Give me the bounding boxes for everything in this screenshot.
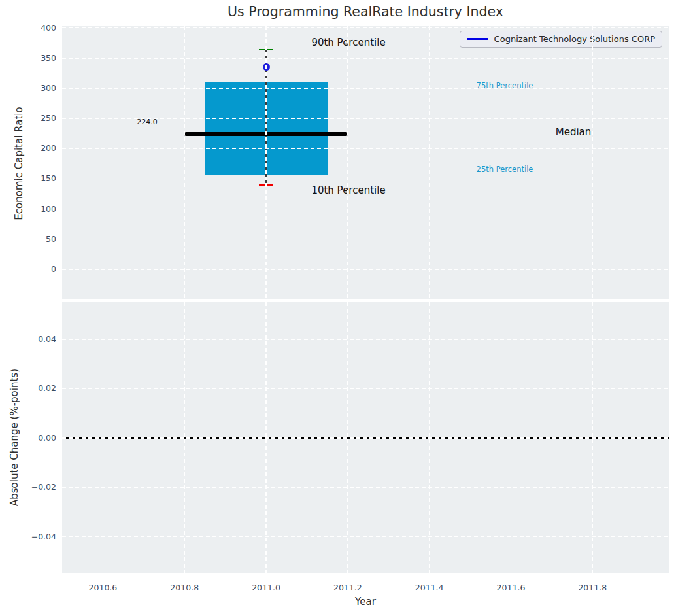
v-gridline bbox=[347, 26, 348, 299]
bottom-y-tick-label: 0.00 bbox=[17, 432, 56, 444]
x-tick-label: 2011.2 bbox=[322, 582, 374, 594]
v-gridline bbox=[592, 26, 593, 299]
h-gridline bbox=[62, 269, 669, 269]
median-annotation: Median bbox=[556, 126, 592, 138]
x-tick-label: 2010.8 bbox=[158, 582, 211, 594]
top-y-tick-label: 350 bbox=[17, 52, 56, 64]
top-y-tick-label: 300 bbox=[17, 82, 56, 94]
bottom-y-tick-label: 0.02 bbox=[17, 383, 56, 394]
v-gridline bbox=[184, 26, 185, 299]
figure: Us Programming RealRate Industry Index E… bbox=[0, 0, 676, 616]
top-y-axis-label: Economic Capital Ratio bbox=[13, 27, 25, 300]
bottom-y-tick-label: −0.02 bbox=[17, 481, 56, 493]
median-value-label: 224.0 bbox=[137, 118, 158, 126]
h-gridline bbox=[62, 58, 669, 58]
v-gridline bbox=[429, 26, 430, 299]
top-y-tick-label: 250 bbox=[17, 112, 56, 124]
x-tick-label: 2011.0 bbox=[240, 582, 292, 594]
p10-cap bbox=[259, 184, 273, 186]
legend-line-swatch bbox=[467, 38, 488, 40]
bottom-plot-area bbox=[62, 302, 669, 573]
bottom-y-tick-label: −0.04 bbox=[17, 531, 56, 543]
x-axis-label: Year bbox=[62, 596, 669, 607]
h-gridline bbox=[62, 239, 669, 239]
top-plot-area: 90th Percentile 75th Percentile Median 2… bbox=[62, 26, 669, 299]
top-y-tick-label: 50 bbox=[17, 233, 56, 245]
h-gridline bbox=[62, 209, 669, 209]
h-gridline bbox=[62, 339, 669, 339]
legend: Cognizant Technology Solutions CORP bbox=[460, 31, 662, 48]
p75-annotation: 75th Percentile bbox=[477, 81, 533, 90]
top-y-tick-label: 100 bbox=[17, 203, 56, 215]
top-y-tick-label: 0 bbox=[17, 264, 56, 275]
chart-title: Us Programming RealRate Industry Index bbox=[62, 4, 669, 20]
top-y-tick-label: 200 bbox=[17, 143, 56, 154]
x-tick-label: 2011.4 bbox=[403, 582, 456, 594]
p90-annotation: 90th Percentile bbox=[311, 37, 385, 48]
v-gridline bbox=[511, 26, 511, 299]
h-gridline bbox=[62, 179, 669, 179]
h-gridline bbox=[62, 536, 669, 537]
x-tick-label: 2011.8 bbox=[566, 582, 618, 594]
h-gridline bbox=[62, 388, 669, 389]
p90-cap bbox=[259, 49, 273, 51]
x-tick-label: 2011.6 bbox=[484, 582, 537, 594]
zero-line bbox=[62, 437, 669, 439]
median-line bbox=[184, 132, 348, 137]
h-gridline bbox=[62, 487, 669, 488]
company-marker bbox=[263, 63, 270, 71]
h-gridline bbox=[62, 88, 669, 88]
h-gridline bbox=[62, 27, 669, 28]
top-y-tick-label: 400 bbox=[17, 22, 56, 34]
legend-label: Cognizant Technology Solutions CORP bbox=[494, 34, 655, 44]
h-gridline bbox=[62, 148, 669, 149]
v-gridline bbox=[103, 26, 103, 299]
top-y-tick-label: 150 bbox=[17, 173, 56, 184]
p25-annotation: 25th Percentile bbox=[477, 165, 533, 174]
x-tick-label: 2010.6 bbox=[76, 582, 129, 594]
p10-annotation: 10th Percentile bbox=[311, 184, 385, 196]
bottom-y-tick-label: 0.04 bbox=[17, 334, 56, 345]
